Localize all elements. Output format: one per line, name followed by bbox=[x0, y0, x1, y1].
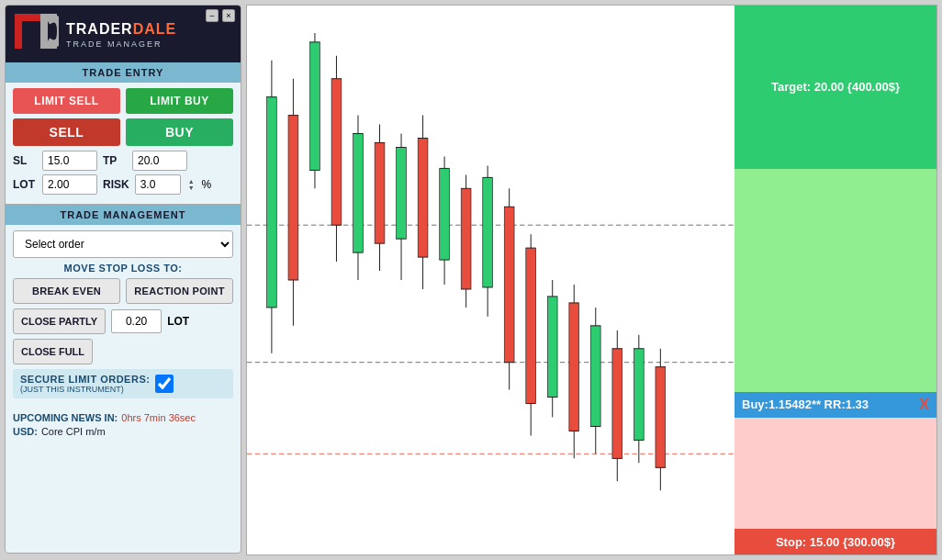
trade-levels-panel: Target: 20.00 {400.00$} Buy:1.15482** RR… bbox=[735, 6, 936, 554]
stop-zone bbox=[735, 418, 936, 529]
limit-buy-button[interactable]: LIMIT BUY bbox=[126, 88, 233, 114]
svg-rect-20 bbox=[375, 143, 385, 244]
svg-rect-14 bbox=[310, 42, 320, 171]
svg-rect-26 bbox=[440, 168, 450, 260]
chart-canvas bbox=[247, 6, 735, 554]
logo-trader: TRADER bbox=[66, 21, 133, 38]
sl-input[interactable] bbox=[42, 151, 97, 171]
close-full-button[interactable]: CLOSE FULL bbox=[13, 339, 93, 364]
limit-sell-button[interactable]: LIMIT SELL bbox=[13, 88, 120, 114]
window-controls: – × bbox=[206, 9, 235, 22]
secure-label: SECURE LIMIT ORDERS: bbox=[20, 374, 150, 385]
limit-buttons-row: LIMIT SELL LIMIT BUY bbox=[13, 88, 233, 114]
spinner-up-icon[interactable]: ▲ bbox=[188, 178, 195, 185]
stop-label: Stop: 15.00 {300.00$} bbox=[776, 535, 895, 549]
move-sl-header: MOVE STOP LOSS TO: bbox=[13, 263, 233, 274]
tp-label: TP bbox=[103, 154, 127, 167]
svg-rect-16 bbox=[331, 79, 342, 225]
svg-rect-10 bbox=[267, 97, 277, 308]
reaction-point-button[interactable]: REACTION POINT bbox=[126, 278, 233, 304]
svg-rect-38 bbox=[569, 303, 579, 431]
sell-button[interactable]: SELL bbox=[13, 118, 120, 146]
stop-level: Stop: 15.00 {300.00$} bbox=[735, 529, 936, 554]
usd-news-item: Core CPI m/m bbox=[41, 426, 106, 437]
upcoming-news-label: UPCOMING NEWS IN: bbox=[13, 412, 118, 423]
news-time: 0hrs 7min 36sec bbox=[121, 412, 196, 423]
break-even-reaction-row: BREAK EVEN REACTION POINT bbox=[13, 278, 233, 304]
svg-rect-46 bbox=[656, 367, 666, 468]
close-partly-lot-label: LOT bbox=[167, 315, 189, 328]
news-section: UPCOMING NEWS IN: 0hrs 7min 36sec USD: C… bbox=[6, 409, 241, 443]
break-even-button[interactable]: BREAK EVEN bbox=[13, 278, 120, 304]
chart-area: Target: 20.00 {400.00$} Buy:1.15482** RR… bbox=[246, 5, 937, 555]
risk-input[interactable] bbox=[135, 174, 181, 195]
left-panel: – × TRADER DALE TRADE MANAGER bbox=[5, 5, 241, 554]
svg-rect-12 bbox=[288, 116, 298, 280]
logo-text-group: TRADER DALE TRADE MANAGER bbox=[66, 21, 176, 49]
trade-management-header: TRADE MANAGEMENT bbox=[6, 205, 241, 225]
trade-management-section: Select order MOVE STOP LOSS TO: BREAK EV… bbox=[6, 225, 241, 409]
chart-svg bbox=[247, 6, 735, 554]
close-full-row: CLOSE FULL bbox=[13, 339, 233, 369]
secure-checkbox[interactable] bbox=[155, 375, 174, 393]
close-button[interactable]: × bbox=[222, 9, 235, 22]
risk-unit: % bbox=[202, 178, 212, 191]
buy-zone bbox=[735, 169, 936, 392]
logo-subtitle: TRADE MANAGER bbox=[66, 39, 176, 49]
svg-rect-22 bbox=[397, 147, 407, 239]
close-trade-button[interactable]: X bbox=[919, 397, 929, 413]
secure-sub: (JUST THIS INSTRUMENT) bbox=[20, 385, 150, 394]
lot-input[interactable] bbox=[42, 174, 97, 195]
secure-limit-row: SECURE LIMIT ORDERS: (JUST THIS INSTRUME… bbox=[13, 369, 233, 398]
logo-dale: DALE bbox=[133, 21, 177, 38]
sell-buy-buttons-row: SELL BUY bbox=[13, 118, 233, 146]
minimize-button[interactable]: – bbox=[206, 9, 219, 22]
buy-label: Buy:1.15482** RR:1.33 bbox=[742, 398, 869, 411]
trade-entry-section: LIMIT SELL LIMIT BUY SELL BUY SL TP LOT … bbox=[6, 83, 241, 204]
svg-rect-44 bbox=[634, 349, 644, 441]
buy-button[interactable]: BUY bbox=[126, 118, 233, 146]
upcoming-news-row: UPCOMING NEWS IN: 0hrs 7min 36sec bbox=[13, 412, 233, 423]
svg-rect-34 bbox=[526, 248, 536, 403]
risk-spinner[interactable]: ▲ ▼ bbox=[188, 178, 195, 191]
spinner-down-icon[interactable]: ▼ bbox=[188, 185, 195, 191]
lot-risk-row: LOT RISK ▲ ▼ % bbox=[13, 174, 233, 195]
risk-label: RISK bbox=[103, 178, 129, 191]
svg-rect-28 bbox=[461, 188, 471, 289]
svg-rect-1 bbox=[15, 14, 40, 21]
trade-entry-header: TRADE ENTRY bbox=[6, 62, 241, 83]
tp-input[interactable] bbox=[132, 151, 187, 171]
lot-label: LOT bbox=[13, 178, 37, 191]
logo-icon bbox=[15, 14, 59, 57]
sl-tp-row: SL TP bbox=[13, 151, 233, 171]
svg-rect-24 bbox=[418, 139, 428, 258]
usd-label: USD: bbox=[13, 426, 38, 437]
svg-rect-36 bbox=[547, 297, 557, 398]
svg-rect-32 bbox=[504, 207, 514, 362]
close-partly-row: CLOSE PARTLY LOT bbox=[13, 308, 233, 334]
svg-rect-18 bbox=[353, 134, 364, 253]
svg-rect-40 bbox=[590, 326, 600, 427]
sl-label: SL bbox=[13, 154, 37, 167]
close-partly-button[interactable]: CLOSE PARTLY bbox=[13, 308, 106, 334]
svg-rect-42 bbox=[612, 349, 622, 459]
usd-news-row: USD: Core CPI m/m bbox=[13, 426, 233, 437]
target-label: Target: 20.00 {400.00$} bbox=[771, 80, 900, 94]
buy-level: Buy:1.15482** RR:1.33 X bbox=[735, 392, 936, 418]
svg-rect-30 bbox=[483, 177, 493, 287]
target-level: Target: 20.00 {400.00$} bbox=[735, 6, 936, 169]
select-order-dropdown[interactable]: Select order bbox=[13, 230, 233, 258]
close-partly-lot-input[interactable] bbox=[111, 309, 162, 333]
